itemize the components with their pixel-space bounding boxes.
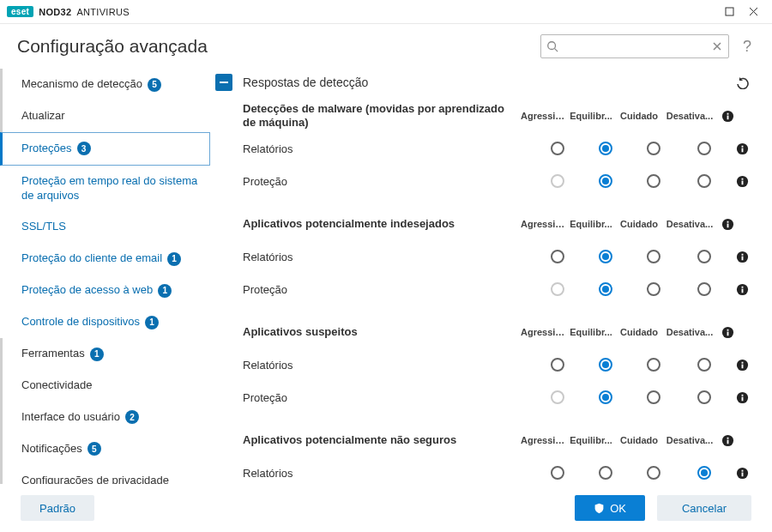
page-title: Configuração avançada [17, 36, 530, 57]
radio-option[interactable] [583, 142, 628, 155]
radio-option[interactable] [535, 390, 580, 404]
info-icon[interactable] [718, 434, 737, 447]
radio-option[interactable] [631, 174, 676, 188]
undo-icon[interactable] [734, 74, 751, 91]
radio-option[interactable] [535, 466, 580, 480]
column-header: Agressivo [521, 219, 565, 229]
svg-rect-9 [741, 180, 743, 184]
radio-option[interactable] [583, 466, 628, 480]
sidebar-item-label: Conectividade [21, 378, 92, 391]
info-icon[interactable] [718, 218, 737, 231]
svg-rect-27 [741, 396, 743, 401]
svg-rect-22 [727, 329, 728, 330]
radio-option[interactable] [583, 250, 628, 263]
radio-option[interactable] [631, 250, 676, 263]
column-header: Agressivo [521, 327, 565, 337]
group-header-row: Aplicativos potencialmente indesejados A… [243, 208, 751, 240]
main-panel: Respostas de detecção Detecções de malwa… [210, 69, 763, 484]
column-header: Equilibr... [569, 435, 613, 445]
info-icon[interactable] [718, 326, 737, 339]
info-icon[interactable] [733, 175, 751, 188]
radio-option[interactable] [631, 142, 676, 155]
setting-label: Relatórios [243, 251, 532, 263]
ok-button-label: OK [610, 502, 626, 515]
setting-row: Relatórios [243, 348, 751, 381]
setting-row: Proteção [243, 381, 751, 414]
svg-rect-31 [727, 437, 728, 438]
radio-option[interactable] [583, 282, 628, 296]
svg-rect-13 [727, 221, 728, 222]
window-close-button[interactable] [741, 3, 765, 21]
sidebar-item[interactable]: Proteções3 [0, 132, 210, 166]
section-title: Respostas de detecção [243, 76, 724, 89]
radio-option[interactable] [583, 390, 628, 404]
sidebar-item-label: Proteção do cliente de email [21, 251, 162, 264]
svg-rect-34 [741, 469, 743, 471]
svg-rect-18 [741, 288, 743, 293]
radio-option[interactable] [535, 250, 580, 263]
radio-option[interactable] [535, 358, 580, 372]
radio-option[interactable] [679, 282, 729, 296]
sidebar-item[interactable]: Conectividade [0, 370, 210, 402]
radio-option[interactable] [535, 282, 580, 296]
sidebar-badge: 2 [125, 410, 139, 424]
radio-option[interactable] [679, 466, 729, 480]
info-icon[interactable] [733, 359, 751, 372]
radio-option[interactable] [535, 174, 580, 188]
brand-antivirus: ANTIVIRUS [76, 7, 129, 17]
sidebar-item[interactable]: Proteção em tempo real do sistema de arq… [0, 166, 210, 212]
sidebar-item[interactable]: Proteção do cliente de email1 [0, 243, 210, 275]
setting-label: Proteção [243, 283, 532, 296]
clear-search-icon[interactable] [711, 40, 723, 52]
sidebar-item[interactable]: Interface do usuário2 [0, 402, 210, 433]
info-icon[interactable] [733, 391, 751, 404]
sidebar-item[interactable]: Ferramentas1 [0, 338, 210, 370]
sidebar-item[interactable]: Mecanismo de detecção5 [0, 69, 210, 100]
radio-option[interactable] [679, 142, 729, 155]
default-button[interactable]: Padrão [21, 495, 94, 521]
sidebar-item[interactable]: SSL/TLS [0, 211, 210, 243]
brand: eset NOD32 ANTIVIRUS [7, 6, 130, 17]
radio-option[interactable] [631, 390, 676, 404]
sidebar-badge: 1 [167, 252, 181, 266]
sidebar-item[interactable]: Atualizar [0, 100, 210, 132]
svg-rect-16 [741, 253, 743, 255]
sidebar-item[interactable]: Proteção de acesso à web1 [0, 275, 210, 306]
ok-button[interactable]: OK [575, 495, 645, 521]
radio-option[interactable] [679, 390, 729, 404]
radio-option[interactable] [631, 282, 676, 296]
radio-option[interactable] [583, 358, 628, 372]
group-header-row: Detecções de malware (movidas por aprend… [243, 100, 751, 132]
svg-rect-30 [727, 439, 728, 444]
radio-option[interactable] [679, 250, 729, 263]
svg-rect-3 [727, 115, 728, 119]
radio-option[interactable] [631, 466, 676, 480]
sidebar-item[interactable]: Configurações de privacidade [0, 465, 210, 484]
search-input[interactable] [558, 35, 711, 57]
radio-option[interactable] [631, 358, 676, 372]
footer: Padrão OK Cancelar [0, 484, 772, 532]
info-icon[interactable] [733, 467, 751, 480]
radio-option[interactable] [535, 142, 580, 155]
info-icon[interactable] [733, 283, 751, 296]
setting-label: Relatórios [243, 142, 532, 155]
svg-rect-4 [727, 112, 728, 114]
sidebar-item[interactable]: Notificações5 [0, 433, 210, 465]
search-box[interactable] [540, 34, 729, 58]
radio-option[interactable] [679, 174, 729, 188]
radio-option[interactable] [679, 358, 729, 372]
sidebar-badge: 1 [158, 284, 172, 298]
setting-label: Relatórios [243, 467, 532, 480]
info-icon[interactable] [733, 251, 751, 263]
radio-option[interactable] [583, 174, 628, 188]
window-maximize-button[interactable] [717, 3, 741, 21]
help-button[interactable]: ? [739, 38, 755, 56]
info-icon[interactable] [733, 142, 751, 155]
setting-row: Relatórios [243, 240, 751, 273]
cancel-button[interactable]: Cancelar [657, 495, 751, 521]
collapse-icon[interactable] [215, 74, 232, 91]
svg-point-1 [548, 42, 556, 50]
sidebar-item[interactable]: Controle de dispositivos1 [0, 306, 210, 338]
info-icon[interactable] [718, 110, 737, 123]
svg-rect-0 [726, 8, 733, 15]
